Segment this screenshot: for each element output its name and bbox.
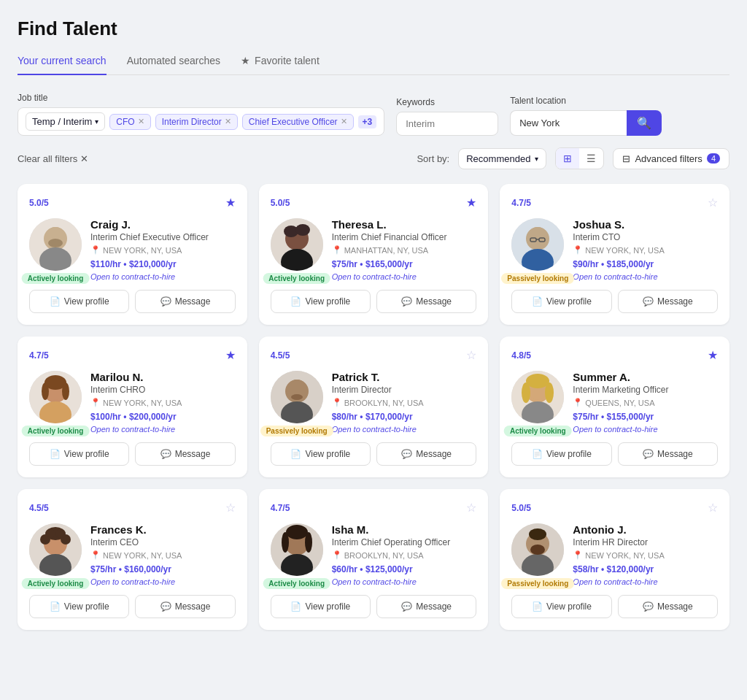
- candidate-rating: 4.7/5: [511, 198, 531, 208]
- card-body: Passively looking Antonio J. Interim HR …: [511, 523, 718, 586]
- avatar-wrapper: Passively looking: [271, 371, 323, 434]
- tab-favorite-talent[interactable]: ★ Favorite talent: [241, 55, 320, 75]
- profile-icon: 📄: [290, 449, 301, 459]
- interim-director-tag[interactable]: Interim Director ✕: [155, 114, 238, 130]
- view-profile-button[interactable]: 📄 View profile: [271, 595, 371, 618]
- job-type-dropdown[interactable]: Temp / Interim ▾: [26, 112, 105, 131]
- card-actions: 📄 View profile 💬 Message: [271, 595, 477, 618]
- svg-point-24: [62, 382, 69, 400]
- view-profile-button[interactable]: 📄 View profile: [271, 442, 371, 466]
- candidate-title: Interim Chief Executive Officer: [90, 232, 236, 242]
- avatar: [511, 371, 564, 423]
- message-button[interactable]: 💬 Message: [135, 595, 235, 618]
- remove-ceo-icon[interactable]: ✕: [341, 117, 347, 126]
- favorite-star-icon[interactable]: ★: [225, 196, 236, 209]
- view-profile-button[interactable]: 📄 View profile: [511, 290, 611, 313]
- clear-filters-button[interactable]: Clear all filters ✕: [18, 153, 88, 164]
- sort-dropdown[interactable]: Recommended ▾: [458, 148, 546, 169]
- candidate-title: Interim Director: [332, 385, 477, 395]
- location-input[interactable]: [510, 110, 627, 136]
- message-button[interactable]: 💬 Message: [376, 442, 476, 466]
- favorite-star-icon[interactable]: ☆: [466, 348, 476, 362]
- candidate-card: 5.0/5 ★ Actively looking Theresa L. Inte…: [259, 184, 489, 325]
- profile-icon: 📄: [50, 601, 61, 612]
- svg-point-29: [291, 394, 303, 400]
- message-button[interactable]: 💬 Message: [618, 595, 718, 618]
- favorite-star-icon[interactable]: ★: [708, 348, 718, 362]
- view-profile-button[interactable]: 📄 View profile: [271, 290, 371, 313]
- candidate-name: Antonio J.: [573, 523, 718, 536]
- status-badge: Passively looking: [501, 273, 574, 284]
- card-header: 4.7/5 ☆: [511, 196, 718, 209]
- favorite-star-icon[interactable]: ☆: [708, 501, 718, 515]
- message-icon: 💬: [643, 296, 654, 307]
- card-body: Actively looking Craig J. Interim Chief …: [29, 218, 236, 281]
- candidate-rates: $110/hr • $210,000/yr: [90, 259, 236, 269]
- candidate-location: 📍 BROOKLYN, NY, USA: [332, 550, 477, 560]
- candidate-rating: 4.8/5: [511, 350, 531, 361]
- star-icon: ★: [241, 55, 250, 66]
- message-icon: 💬: [160, 296, 171, 307]
- message-icon: 💬: [160, 449, 171, 459]
- view-profile-button[interactable]: 📄 View profile: [29, 290, 129, 313]
- svg-point-52: [305, 532, 312, 553]
- favorite-star-icon[interactable]: ☆: [466, 501, 476, 515]
- candidate-name: Theresa L.: [332, 218, 477, 231]
- tab-automated-searches[interactable]: Automated searches: [127, 55, 220, 75]
- message-button[interactable]: 💬 Message: [135, 442, 235, 466]
- view-profile-button[interactable]: 📄 View profile: [511, 595, 611, 618]
- filters-row: Job title Temp / Interim ▾ CFO ✕ Interim…: [18, 93, 729, 136]
- ceo-tag[interactable]: Chief Executive Officer ✕: [242, 114, 354, 130]
- card-header: 4.5/5 ☆: [29, 501, 236, 515]
- location-filter: Talent location 🔍: [510, 96, 662, 136]
- favorite-star-icon[interactable]: ☆: [708, 196, 718, 209]
- candidate-name: Marilou N.: [90, 371, 236, 383]
- candidates-grid: 5.0/5 ★ Actively looking Craig J. Interi…: [18, 184, 729, 630]
- svg-point-35: [522, 382, 530, 403]
- contract-label: Open to contract-to-hire: [332, 425, 477, 434]
- view-profile-button[interactable]: 📄 View profile: [29, 595, 129, 618]
- advanced-filters-button[interactable]: ⊟ Advanced filters 4: [613, 148, 729, 169]
- card-header: 4.7/5 ★: [29, 348, 236, 362]
- view-profile-button[interactable]: 📄 View profile: [511, 442, 611, 466]
- keywords-input[interactable]: [396, 112, 498, 136]
- candidate-card: 4.8/5 ★ Actively looking Summer A. Inter…: [500, 336, 729, 477]
- cfo-tag[interactable]: CFO ✕: [109, 114, 150, 130]
- contract-label: Open to contract-to-hire: [573, 425, 718, 434]
- message-button[interactable]: 💬 Message: [376, 290, 476, 313]
- message-button[interactable]: 💬 Message: [376, 595, 476, 618]
- avatar: [271, 371, 323, 423]
- candidate-info: Frances K. Interim CEO 📍 NEW YORK, NY, U…: [90, 523, 236, 586]
- remove-cfo-icon[interactable]: ✕: [138, 117, 144, 126]
- candidate-info: Craig J. Interim Chief Executive Officer…: [90, 218, 236, 281]
- message-button[interactable]: 💬 Message: [135, 290, 235, 313]
- avatar: [29, 371, 82, 423]
- tab-current-search[interactable]: Your current search: [18, 55, 107, 75]
- favorite-star-icon[interactable]: ★: [466, 196, 476, 209]
- favorite-star-icon[interactable]: ☆: [225, 501, 236, 515]
- card-header: 4.5/5 ☆: [271, 348, 477, 362]
- card-actions: 📄 View profile 💬 Message: [29, 595, 236, 618]
- remove-interim-director-icon[interactable]: ✕: [225, 117, 231, 126]
- candidate-card: 5.0/5 ★ Actively looking Craig J. Interi…: [18, 184, 247, 325]
- favorite-star-icon[interactable]: ★: [225, 348, 236, 362]
- candidate-rates: $75/hr • $165,000/yr: [332, 259, 477, 269]
- card-header: 5.0/5 ☆: [511, 501, 718, 515]
- location-pin-icon: 📍: [332, 245, 342, 255]
- view-profile-button[interactable]: 📄 View profile: [29, 442, 129, 466]
- grid-view-button[interactable]: ⊞: [556, 148, 579, 169]
- candidate-card: 4.7/5 ☆ Passively looking Joshua S. Inte…: [500, 184, 729, 325]
- message-button[interactable]: 💬 Message: [618, 290, 718, 313]
- job-title-input[interactable]: Temp / Interim ▾ CFO ✕ Interim Director …: [18, 107, 384, 136]
- message-button[interactable]: 💬 Message: [618, 442, 718, 466]
- search-button[interactable]: 🔍: [627, 110, 662, 136]
- card-actions: 📄 View profile 💬 Message: [271, 442, 477, 466]
- candidate-info: Marilou N. Interim CHRO 📍 NEW YORK, NY, …: [90, 371, 236, 434]
- job-title-filter: Job title Temp / Interim ▾ CFO ✕ Interim…: [18, 93, 384, 136]
- list-view-button[interactable]: ☰: [579, 148, 603, 169]
- candidate-card: 5.0/5 ☆ Passively looking Antonio J. Int…: [500, 489, 729, 630]
- location-input-group: 🔍: [510, 110, 662, 136]
- candidate-rating: 4.5/5: [29, 503, 49, 513]
- card-actions: 📄 View profile 💬 Message: [29, 290, 236, 313]
- candidate-name: Isha M.: [332, 523, 477, 536]
